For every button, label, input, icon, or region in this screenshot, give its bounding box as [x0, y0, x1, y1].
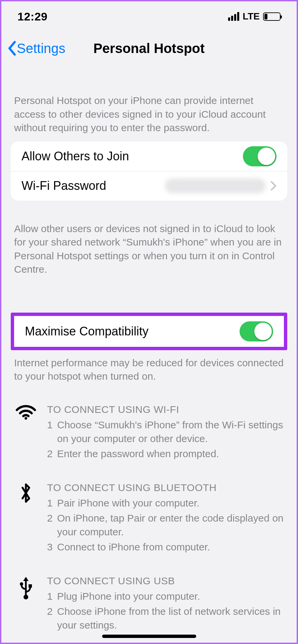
list-item: 2Choose iPhone from the list of network … — [47, 605, 284, 632]
svg-rect-3 — [29, 584, 32, 588]
status-time: 12:29 — [17, 10, 47, 23]
back-button[interactable]: Settings — [7, 41, 66, 56]
svg-point-1 — [24, 595, 28, 599]
nav-bar: Settings Personal Hotspot — [1, 32, 297, 65]
maximise-compatibility-row[interactable]: Maximise Compatibility — [14, 316, 284, 347]
allow-others-label: Allow Others to Join — [22, 149, 129, 163]
list-item: 2On iPhone, tap Pair or enter the code d… — [47, 512, 284, 539]
bluetooth-icon — [14, 481, 38, 555]
chevron-right-icon — [270, 181, 276, 191]
status-bar: 12:29 LTE — [1, 1, 297, 32]
allow-others-row[interactable]: Allow Others to Join — [11, 142, 287, 171]
maximise-compatibility-highlight: Maximise Compatibility — [11, 313, 287, 350]
intro-description: Personal Hotspot on your iPhone can prov… — [1, 65, 297, 142]
maximise-compatibility-label: Maximise Compatibility — [25, 324, 148, 338]
connection-instructions: TO CONNECT USING WI-FI 1Choose “Sumukh's… — [1, 389, 297, 634]
list-item: 1Pair iPhone with your computer. — [47, 496, 284, 510]
list-item: 1Choose “Sumukh's iPhone” from the Wi-Fi… — [47, 418, 284, 446]
list-item: 3Connect to iPhone from computer. — [47, 540, 284, 554]
maximise-compatibility-toggle[interactable] — [240, 321, 273, 341]
bluetooth-instructions-title: TO CONNECT USING BLUETOOTH — [47, 481, 284, 495]
svg-point-2 — [20, 582, 23, 586]
hotspot-main-group: Allow Others to Join Wi-Fi Password — [11, 142, 287, 201]
wifi-instructions: TO CONNECT USING WI-FI 1Choose “Sumukh's… — [14, 403, 284, 462]
bluetooth-instructions: TO CONNECT USING BLUETOOTH 1Pair iPhone … — [14, 481, 284, 555]
battery-icon — [263, 12, 281, 21]
wifi-icon — [14, 403, 38, 462]
allow-others-footer: Allow other users or devices not signed … — [1, 222, 297, 282]
allow-others-toggle[interactable] — [243, 146, 276, 166]
maximise-compatibility-footer: Internet performance may be reduced for … — [1, 350, 297, 389]
list-item: 2Enter the password when prompted. — [47, 447, 284, 461]
usb-icon — [14, 574, 38, 634]
status-right: LTE — [228, 11, 281, 22]
list-item: 1Plug iPhone into your computer. — [47, 590, 284, 603]
wifi-password-value-obscured — [165, 178, 266, 193]
wifi-instructions-title: TO CONNECT USING WI-FI — [47, 403, 284, 417]
usb-instructions: TO CONNECT USING USB 1Plug iPhone into y… — [14, 574, 284, 634]
wifi-password-label: Wi-Fi Password — [22, 179, 106, 193]
cellular-signal-icon — [228, 12, 239, 21]
usb-instructions-title: TO CONNECT USING USB — [47, 574, 284, 588]
wifi-password-row[interactable]: Wi-Fi Password — [11, 171, 287, 201]
chevron-left-icon — [7, 41, 17, 56]
svg-point-0 — [25, 417, 27, 420]
network-type-label: LTE — [243, 11, 260, 22]
back-label: Settings — [17, 41, 66, 56]
home-indicator[interactable] — [102, 635, 196, 638]
